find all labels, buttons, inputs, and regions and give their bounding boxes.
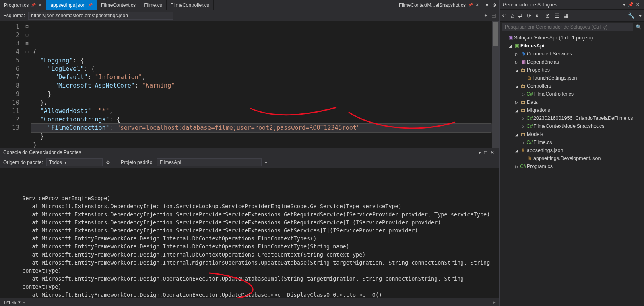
pin-icon[interactable]: 📌	[627, 2, 635, 7]
close-icon[interactable]: ✕	[489, 150, 496, 155]
expand-icon[interactable]: ▷	[520, 92, 526, 97]
tree-node[interactable]: ▷C#Program.cs	[500, 162, 644, 170]
node-icon: ▣	[513, 43, 520, 49]
expand-icon[interactable]: ◢	[514, 108, 520, 113]
tree-node[interactable]: ▷C#FilmeContextModelSnapshot.cs	[500, 122, 644, 130]
node-icon: 🗀	[520, 67, 527, 73]
close-icon[interactable]: ✕	[475, 2, 479, 8]
tab-filme-cs[interactable]: Filme.cs	[140, 0, 167, 10]
gear-icon[interactable]: ⚙	[106, 160, 110, 165]
dropdown-icon[interactable]: ▾	[622, 2, 627, 7]
refresh-icon[interactable]: ⟳	[527, 12, 532, 19]
dropdown-icon[interactable]: ▾	[486, 2, 488, 8]
expand-icon[interactable]: ▷	[514, 164, 520, 169]
pin-icon[interactable]: 📌	[468, 3, 473, 7]
tree-node[interactable]: ◢▣FilmesApi	[500, 42, 644, 50]
tree-node[interactable]: ▷C#Filme.cs	[500, 138, 644, 146]
filter-icon[interactable]: ▾	[639, 12, 642, 19]
expand-icon[interactable]: ◢	[514, 68, 520, 72]
tab-filmecontext-cs[interactable]: FilmeContext.cs	[97, 0, 140, 10]
schema-input[interactable]	[28, 12, 173, 20]
origin-label: Origem do pacote:	[3, 160, 43, 165]
tree-node[interactable]: ◢🗀Properties	[500, 66, 644, 74]
tab-appsettings-json[interactable]: appsettings.json📌	[46, 0, 97, 10]
close-icon[interactable]: ✕	[38, 2, 42, 8]
chevron-right-icon[interactable]: ▸	[493, 300, 496, 305]
solution-search-input[interactable]	[502, 23, 633, 31]
stack-icon[interactable]: ☰	[554, 12, 559, 19]
expand-icon[interactable]: ▷	[520, 124, 526, 129]
split-icon[interactable]: ▤	[491, 13, 496, 18]
node-label: FilmeContextModelSnapshot.cs	[533, 123, 642, 129]
close-icon[interactable]: ✕	[635, 2, 641, 7]
project-select[interactable]: FilmesApi	[157, 158, 262, 166]
dropdown-icon[interactable]: ▾	[477, 150, 483, 155]
tree-node[interactable]: 🗎appsettings.Development.json	[500, 154, 644, 162]
zoom-level: 121 %	[3, 300, 16, 305]
expand-icon[interactable]: ◢	[508, 44, 513, 48]
origin-select[interactable]: Todos ▾	[46, 158, 103, 166]
node-label: Solução 'FilmesApi' (1 de 1 projeto)	[514, 35, 642, 41]
editor-scrollbar[interactable]	[492, 21, 499, 148]
view-icon[interactable]: ▦	[564, 12, 569, 19]
chevron-left-icon[interactable]: ◂	[23, 300, 25, 305]
package-manager-header: Console do Gerenciador de Pacotes ▾ □ ✕	[0, 148, 499, 157]
tree-node[interactable]: 🗎launchSettings.json	[500, 74, 644, 82]
project-label: Projeto padrão:	[121, 160, 154, 165]
tab-filmecontroller-cs[interactable]: FilmeController.cs	[167, 0, 214, 10]
back-icon[interactable]: ↩	[502, 12, 507, 19]
code-editor[interactable]: 12345678910111213 ⊟⊟⊟⊟ { "Logging": { "L…	[0, 21, 499, 148]
expand-icon[interactable]: ◢	[514, 132, 520, 137]
tree-node[interactable]: ▷▣Dependências	[500, 58, 644, 66]
tree-node[interactable]: ▷⊕Connected Services	[500, 50, 644, 58]
tree-node[interactable]: ◢🗀Migrations	[500, 106, 644, 114]
solution-explorer-toolbar: ↩ ⌂ ⇄ ⟳ ⇤ 🗎 ☰ ▦ 🔧 ▾	[500, 10, 644, 22]
node-label: Properties	[527, 67, 642, 73]
package-manager-output[interactable]: ServiceProviderEngineScope) at Microsoft…	[0, 168, 499, 298]
solution-explorer-title: Gerenciador de Soluções	[503, 2, 622, 8]
code-content[interactable]: { "Logging": { "LogLevel": { "Default": …	[31, 21, 492, 148]
solution-explorer-title-bar: Gerenciador de Soluções ▾ 📌 ✕	[500, 0, 644, 10]
tree-node[interactable]: ▷🗀Data	[500, 98, 644, 106]
solution-tree[interactable]: ▣Solução 'FilmesApi' (1 de 1 projeto)◢▣F…	[500, 32, 644, 306]
node-label: FilmesApi	[520, 43, 642, 49]
gear-icon[interactable]: ⚙	[492, 2, 497, 8]
expand-icon[interactable]: ▷	[520, 116, 526, 121]
expand-icon[interactable]: ◢	[514, 148, 520, 153]
search-icon[interactable]: 🔍	[633, 24, 642, 30]
tab-program-cs[interactable]: Program.cs📌✕	[0, 0, 46, 10]
tree-node[interactable]: ◢🗀Controllers	[500, 82, 644, 90]
node-icon: 🗎	[526, 75, 533, 81]
tree-node[interactable]: ▷C#20230216001956_CriandoTabelaDeFilme.c…	[500, 114, 644, 122]
expand-icon[interactable]: ▷	[514, 60, 520, 64]
expand-icon[interactable]: ▷	[514, 52, 520, 56]
sync-icon[interactable]: ⇄	[518, 12, 523, 19]
tab-label: appsettings.json	[50, 2, 85, 8]
node-label: 20230216001956_CriandoTabelaDeFilme.cs	[533, 115, 642, 121]
wrench-icon[interactable]: 🔧	[628, 12, 635, 19]
node-icon: ▣	[507, 35, 514, 41]
expand-icon[interactable]: ▷	[514, 100, 520, 105]
clear-icon[interactable]: ≔	[276, 160, 281, 165]
node-icon: 🗀	[520, 107, 527, 113]
collapse-icon[interactable]: ⇤	[536, 12, 541, 19]
pin-icon[interactable]: 📌	[31, 3, 36, 7]
dropdown-icon[interactable]: ▾	[265, 160, 267, 165]
home-icon[interactable]: ⌂	[511, 12, 514, 19]
tree-node[interactable]: ▷C#FilmeController.cs	[500, 90, 644, 98]
tab-label: FilmeContextM...elSnapshot.cs	[399, 2, 466, 8]
tab-snapshot[interactable]: FilmeContextM...elSnapshot.cs 📌 ✕	[395, 0, 483, 10]
tab-label: Filme.cs	[144, 2, 162, 8]
tree-node[interactable]: ◢🗀Models	[500, 130, 644, 138]
zoom-dropdown-icon[interactable]: ▾	[18, 300, 21, 305]
expand-icon[interactable]: ▷	[520, 140, 526, 145]
tree-node[interactable]: ▣Solução 'FilmesApi' (1 de 1 projeto)	[500, 34, 644, 42]
plus-icon[interactable]: ＋	[483, 12, 488, 19]
fold-gutter[interactable]: ⊟⊟⊟⊟	[23, 21, 31, 148]
window-icon[interactable]: □	[483, 150, 489, 155]
expand-icon[interactable]: ◢	[514, 84, 520, 88]
show-all-icon[interactable]: 🗎	[545, 12, 550, 19]
node-icon: C#	[520, 164, 527, 169]
tree-node[interactable]: ◢🗎appsettings.json	[500, 146, 644, 154]
pin-icon[interactable]: 📌	[88, 3, 93, 7]
